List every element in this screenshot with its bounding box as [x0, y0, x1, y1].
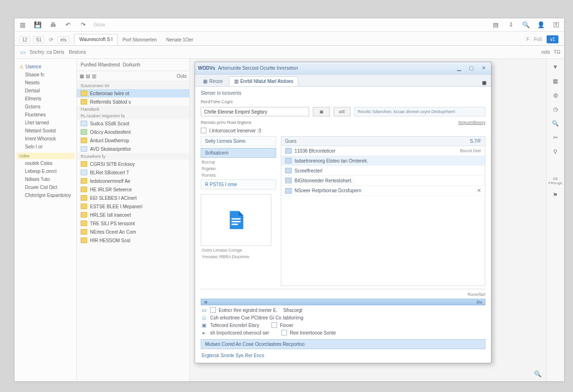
- nav-item[interactable]: Ndises Tuto: [16, 175, 74, 183]
- apply-button[interactable]: aIE: [334, 107, 351, 116]
- name-input[interactable]: [201, 107, 309, 116]
- cut-icon[interactable]: ✂: [551, 133, 560, 142]
- list-item[interactable]: HIR HESSOM Sosl: [77, 236, 189, 245]
- tab-2[interactable]: Porf Stonmerten: [118, 34, 162, 45]
- dialog-lower: Runerfart st Do ▭ Eotncr lhre egrstrd in…: [201, 289, 485, 360]
- quick-slot-4[interactable]: els: [57, 36, 69, 43]
- list-item[interactable]: ledstoonermnelf Ae: [77, 177, 189, 185]
- explorer-tab-label[interactable]: Outs: [177, 74, 187, 79]
- list-item[interactable]: CGRSI SITB Ercksoy: [77, 160, 189, 168]
- nav-item[interactable]: Cfotnrlgre Espardotoy: [16, 191, 74, 199]
- browse-button[interactable]: ▣: [313, 107, 330, 116]
- list-item[interactable]: BLRet SBotecert T: [77, 168, 189, 177]
- nav-item[interactable]: Ftuctenes: [16, 111, 74, 119]
- nav-item[interactable]: Dertasl: [16, 87, 74, 95]
- remove-icon[interactable]: ✕: [477, 188, 481, 194]
- list-item[interactable]: TRE SILI PS terssont: [77, 219, 189, 228]
- file-icon: [285, 188, 292, 194]
- globe-icon[interactable]: ◍: [551, 91, 560, 99]
- flag-icon[interactable]: ⚑: [551, 191, 560, 199]
- list-icon[interactable]: ▤: [86, 74, 90, 79]
- nav-item[interactable]: Lebesp E.onrct: [16, 167, 74, 175]
- search-icon[interactable]: 🔍: [534, 370, 541, 377]
- list-item[interactable]: HE IRLSR Seteerce: [77, 185, 189, 194]
- nav-item[interactable]: Dcuee Cisl Dict: [16, 183, 74, 191]
- result-row[interactable]: Screelfrecterl: [281, 166, 485, 176]
- download-icon[interactable]: ⇩: [507, 21, 515, 29]
- search-icon[interactable]: 🔍: [522, 21, 530, 29]
- tab-1[interactable]: Waunescroft S I: [74, 34, 118, 45]
- grid-icon[interactable]: ▥: [92, 74, 96, 79]
- nav-item[interactable]: ooutek Cstes: [16, 159, 74, 167]
- footer-link[interactable]: Ergtersk Sronle Sye Rer Encs: [201, 351, 485, 360]
- checkbox-icon[interactable]: [271, 322, 277, 328]
- minimize-icon[interactable]: ▁: [454, 65, 464, 72]
- document-tabbar: 12 S1 ⟳ els Waunescroft S I Porf Stonmer…: [15, 32, 564, 46]
- toolbar-hint: Grow: [94, 22, 105, 27]
- nav-item[interactable]: Seln I or: [16, 143, 74, 151]
- tab-3[interactable]: Nenate 1Oer: [162, 34, 198, 45]
- option-row[interactable]: ⌸ Csh erkortnee Coe PCtitree Gi Co Iabli…: [201, 315, 485, 320]
- nav-item[interactable]: Nitetant Sootst: [16, 127, 74, 135]
- undo-icon[interactable]: ↶: [64, 21, 72, 29]
- refresh-icon[interactable]: ⟳: [47, 36, 55, 43]
- options-icon[interactable]: ▤: [491, 21, 500, 29]
- layout-icon[interactable]: ▦: [80, 74, 84, 79]
- dialog-tab-tools[interactable]: ▦: [480, 79, 488, 86]
- layers-icon[interactable]: ▦: [551, 77, 560, 85]
- explorer-head-2[interactable]: Dorksnh: [123, 62, 140, 67]
- tool-b[interactable]: Fo5: [534, 37, 542, 42]
- list-item[interactable]: HRLSE Isll iraeceet: [77, 211, 189, 219]
- filter-icon[interactable]: ▼: [551, 63, 560, 71]
- redo-icon[interactable]: ↷: [79, 21, 87, 29]
- category-item-selected[interactable]: Sofisatcern: [201, 148, 276, 158]
- nav-item[interactable]: Efmerts: [16, 95, 74, 103]
- option-row[interactable]: ▸ sh Inrportcored otverocd ser Ree Inner…: [201, 330, 485, 335]
- print-icon[interactable]: 🖶: [49, 21, 57, 29]
- option-row[interactable]: ▭ Eotncr lhre egrstrd inerier E. Sfracor…: [201, 307, 485, 313]
- nav-item[interactable]: Lhet tarned: [16, 119, 74, 127]
- list-item[interactable]: Ectteronae Iwire ot: [77, 89, 189, 98]
- list-item[interactable]: ESTSE BLEE I Mepaneri: [77, 202, 189, 211]
- nav-item[interactable]: Slsaoe fc: [16, 71, 74, 79]
- save-icon[interactable]: 💾: [33, 21, 42, 29]
- dialog-tab-1[interactable]: ▦ Riroze: [198, 76, 228, 86]
- pin-icon[interactable]: ⚲: [551, 147, 560, 156]
- list-item[interactable]: Sudca SSd6 Scsot: [77, 119, 189, 128]
- result-row[interactable]: NSoeer Retprborrae Dcrsfupern ✕: [281, 186, 485, 196]
- checkbox-icon[interactable]: [201, 128, 206, 133]
- list-item[interactable]: EEI SLEBES I ACinert: [77, 194, 189, 202]
- sub-link[interactable]: Srgyorrdtreory: [458, 120, 485, 125]
- recent-item[interactable]: R PSTIG I ome: [201, 180, 276, 189]
- nav-item[interactable]: Gctorrs: [16, 103, 74, 111]
- result-row[interactable]: BIGhtoneeder Rertestohert.: [281, 176, 485, 186]
- zoom-icon[interactable]: 🔍: [551, 119, 560, 128]
- checkbox-icon[interactable]: [210, 307, 216, 313]
- quick-slot-2[interactable]: S1: [33, 36, 44, 43]
- list-item[interactable]: Retferntils Sablod s: [77, 98, 189, 106]
- quick-slot-1[interactable]: 12: [19, 36, 30, 43]
- user-icon[interactable]: 👤: [537, 21, 545, 29]
- dialog-titlebar[interactable]: WODVs Artornunite Sercoot Ocurtte Inrers…: [195, 62, 491, 74]
- tool-a[interactable]: F: [526, 37, 529, 42]
- category-item[interactable]: Setiy I.icrnes Somn: [201, 136, 276, 146]
- nav-item[interactable]: Irrent Whorock: [16, 135, 74, 143]
- checkbox-icon[interactable]: [281, 330, 287, 335]
- dialog-tab-2[interactable]: ▥ Enrbli Nfalut Marl Atoloes: [229, 76, 298, 86]
- book-icon[interactable]: ▭: [18, 49, 27, 56]
- checkbox-row[interactable]: I.Intorroscort Irenerver :3: [201, 128, 485, 133]
- explorer-head-1[interactable]: Punfied Rfaedrend: [81, 62, 120, 67]
- maximize-icon[interactable]: ▢: [467, 65, 476, 72]
- result-row[interactable]: Isdsetrorenorg Eloteo tan Omterek.: [281, 156, 485, 166]
- list-item[interactable]: AVD Skstearipntttor: [77, 145, 189, 153]
- ribbon-label-2[interactable]: Bestons: [69, 49, 86, 55]
- clock-icon[interactable]: ◷: [551, 105, 560, 114]
- close-icon[interactable]: ✕: [479, 65, 488, 72]
- list-item[interactable]: Odccy Aoosttesfent: [77, 128, 189, 136]
- list-item[interactable]: NErtes Oceel An Com: [77, 228, 189, 236]
- result-row[interactable]: 11036 Bfcronteticer Bscrot Detr: [281, 146, 485, 156]
- list-item[interactable]: Antunl Dowtherrop: [77, 136, 189, 145]
- nav-item[interactable]: Nesets: [16, 79, 74, 87]
- key-icon[interactable]: ⚿: [552, 21, 560, 29]
- option-row[interactable]: ▣ Tofecord Encrebrl Etsry Fiooer: [201, 322, 485, 328]
